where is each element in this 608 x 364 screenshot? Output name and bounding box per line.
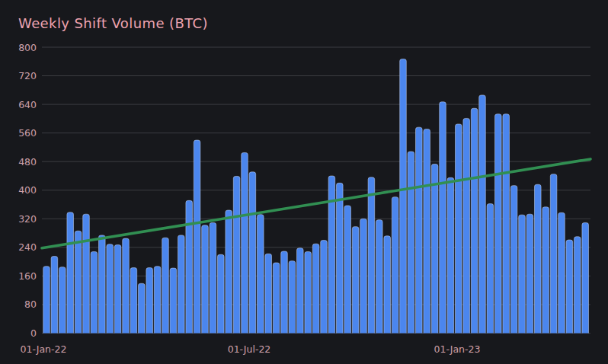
bar — [123, 238, 130, 337]
bar — [392, 197, 398, 338]
bar — [487, 204, 494, 338]
bar — [99, 235, 106, 338]
y-tick-label: 160 — [18, 270, 37, 282]
bar — [535, 184, 542, 337]
y-tick-label: 480 — [18, 156, 37, 168]
bar — [495, 114, 502, 338]
bar — [226, 210, 232, 337]
bar — [431, 164, 438, 337]
x-tick-label: 01-Jul-22 — [228, 343, 271, 355]
bar — [424, 129, 430, 337]
bar — [162, 238, 169, 337]
bar — [170, 268, 177, 337]
bar — [114, 245, 121, 338]
bar — [558, 212, 565, 337]
y-tick-label: 400 — [18, 184, 37, 196]
bar — [526, 214, 533, 337]
bar — [312, 244, 319, 337]
bar — [550, 174, 557, 338]
bar — [447, 177, 454, 337]
bar — [440, 102, 446, 338]
y-tick-label: 80 — [24, 299, 37, 310]
bar — [471, 108, 478, 337]
bar — [43, 267, 50, 338]
bar — [503, 114, 510, 338]
bar — [154, 267, 161, 338]
x-tick-label: 01-Jan-23 — [434, 343, 481, 355]
bar — [416, 127, 423, 337]
bar — [297, 248, 304, 338]
bar — [202, 225, 209, 338]
bar — [376, 220, 383, 338]
bar — [368, 177, 375, 338]
bar — [194, 140, 200, 337]
bar — [408, 152, 414, 337]
bar — [281, 251, 288, 337]
bar — [130, 268, 137, 338]
y-tick-label: 640 — [18, 99, 37, 110]
bar — [519, 215, 526, 337]
bar — [249, 172, 256, 338]
bar — [107, 244, 114, 338]
bar — [146, 268, 153, 338]
y-tick-label: 320 — [18, 213, 37, 225]
bar — [218, 254, 225, 337]
bar — [178, 235, 185, 338]
bar — [456, 124, 462, 338]
bar — [344, 206, 351, 338]
bar-chart-canvas: 08016024032040048056064072080001-Jan-220… — [0, 0, 608, 364]
bar — [479, 95, 486, 338]
y-tick-label: 800 — [18, 42, 37, 53]
bar — [542, 207, 549, 338]
bar — [582, 222, 589, 337]
bar — [75, 231, 82, 337]
bar — [574, 237, 581, 338]
bar — [337, 183, 344, 337]
y-tick-label: 720 — [18, 70, 37, 81]
bar — [352, 227, 359, 338]
bar — [233, 176, 240, 337]
bar — [463, 118, 470, 337]
bar — [321, 240, 328, 337]
y-tick-label: 240 — [18, 241, 37, 253]
x-tick-label: 01-Jan-22 — [21, 343, 67, 355]
bar — [289, 261, 296, 338]
bar — [59, 267, 66, 338]
bar — [83, 214, 90, 337]
bar — [210, 222, 216, 337]
bar — [242, 152, 248, 337]
bar — [265, 254, 272, 337]
bar — [91, 251, 98, 337]
y-tick-label: 560 — [18, 127, 37, 139]
bar — [360, 219, 367, 337]
bar — [139, 283, 146, 337]
bar — [186, 200, 193, 337]
bar — [273, 263, 280, 337]
bar — [400, 59, 407, 337]
bar — [51, 257, 58, 338]
bar — [258, 215, 264, 338]
bar-layer — [43, 59, 589, 337]
chart-page: { "page": { "background": "#17181c" }, "… — [0, 0, 608, 364]
y-tick-label: 0 — [30, 327, 37, 339]
bar — [305, 251, 312, 337]
bar — [510, 186, 517, 338]
bar — [384, 236, 391, 338]
bar — [566, 240, 573, 338]
bar — [67, 212, 74, 338]
